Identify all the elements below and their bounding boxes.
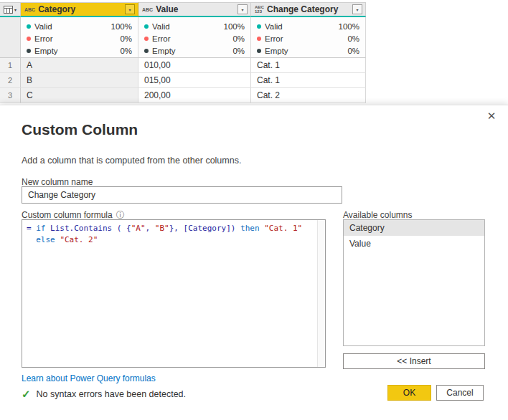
valid-label: Valid (265, 22, 283, 31)
insert-button[interactable]: << Insert (343, 353, 485, 369)
dialog-title: Custom Column (22, 121, 138, 138)
error-label: Error (265, 34, 283, 43)
list-item-value[interactable]: Value (344, 236, 484, 252)
any-type-icon: ABC 123 (255, 5, 264, 14)
valid-percent: 100% (339, 22, 359, 31)
row-number[interactable]: 2 (0, 73, 21, 88)
row-number[interactable]: 3 (0, 88, 21, 103)
column-quality-value: Valid100% Error0% Empty0% (138, 17, 251, 58)
filter-dropdown-button[interactable]: ▾ (237, 4, 248, 14)
table-cell[interactable]: Cat. 2 (251, 88, 366, 103)
table-cell[interactable]: 010,00 (138, 58, 251, 73)
available-columns-list: Category Value (343, 219, 485, 346)
available-columns-label: Available columns (343, 210, 413, 220)
table-menu-arrow-icon: ▾ (14, 7, 17, 12)
empty-label: Empty (152, 47, 176, 55)
power-query-editor: ▾ ABC Category ▾ ABC Value ▾ ABC 123 Cha… (0, 0, 508, 420)
status-text: No syntax errors have been detected. (37, 389, 186, 399)
filter-dropdown-button[interactable]: ▾ (352, 4, 362, 14)
formula-code: = if List.Contains ( {"A", "B"}, [Catego… (22, 220, 316, 367)
close-icon[interactable]: ✕ (484, 109, 499, 123)
column-quality-category: Valid100% Error0% Empty0% (21, 17, 138, 58)
new-column-name-input[interactable] (22, 186, 342, 204)
text-type-icon: ABC (142, 7, 153, 12)
valid-percent: 100% (111, 22, 132, 31)
table-cell[interactable]: 015,00 (138, 73, 251, 88)
table-menu-button[interactable]: ▾ (0, 2, 21, 17)
quality-gutter (0, 17, 21, 58)
error-dot-icon (257, 37, 261, 41)
column-label: Category (38, 4, 125, 14)
table-cell[interactable]: Cat. 1 (251, 58, 366, 73)
syntax-status: ✓ No syntax errors have been detected. (22, 386, 186, 401)
ok-button[interactable]: OK (387, 385, 431, 401)
valid-label: Valid (152, 22, 170, 31)
valid-dot-icon (144, 24, 149, 29)
empty-dot-icon (27, 49, 31, 53)
error-dot-icon (144, 37, 149, 41)
new-column-name-label: New column name (22, 177, 93, 187)
row-number[interactable]: 1 (0, 58, 21, 73)
error-percent: 0% (120, 34, 132, 43)
column-header-change-category[interactable]: ABC 123 Change Category ▾ (251, 2, 366, 17)
row-filler (366, 73, 508, 88)
empty-percent: 0% (347, 47, 359, 55)
valid-dot-icon (257, 24, 261, 29)
table-icon (4, 6, 13, 14)
table-cell[interactable]: 200,00 (138, 88, 251, 103)
row-filler (366, 58, 508, 73)
header-filler (366, 2, 508, 17)
column-label: Value (156, 4, 237, 14)
custom-column-dialog: ✕ Custom Column Add a column that is com… (0, 105, 508, 420)
filter-dropdown-button[interactable]: ▾ (125, 4, 135, 14)
list-item-category[interactable]: Category (344, 220, 484, 236)
learn-formulas-link[interactable]: Learn about Power Query formulas (22, 373, 156, 383)
table-cell[interactable]: C (21, 88, 138, 103)
cancel-button[interactable]: Cancel (436, 385, 484, 401)
checkmark-icon: ✓ (22, 388, 31, 399)
empty-dot-icon (257, 49, 261, 53)
empty-percent: 0% (232, 47, 245, 55)
valid-dot-icon (27, 24, 31, 29)
valid-percent: 100% (224, 22, 245, 31)
formula-scrollbar[interactable] (317, 220, 325, 367)
data-preview-grid: ▾ ABC Category ▾ ABC Value ▾ ABC 123 Cha… (0, 2, 508, 103)
error-label: Error (152, 34, 171, 43)
dialog-description: Add a column that is computed from the o… (22, 156, 241, 166)
error-dot-icon (27, 37, 31, 41)
formula-label: Custom column formula (22, 210, 113, 220)
error-percent: 0% (232, 34, 245, 43)
table-cell[interactable]: B (21, 73, 138, 88)
column-label: Change Category (267, 4, 352, 14)
info-icon[interactable]: ⓘ (116, 211, 125, 219)
empty-label: Empty (265, 47, 288, 55)
data-preview: ▾ ABC Category ▾ ABC Value ▾ ABC 123 Cha… (0, 2, 508, 103)
valid-label: Valid (34, 22, 52, 31)
empty-label: Empty (34, 47, 58, 55)
column-quality-change-category: Valid100% Error0% Empty0% (251, 17, 366, 58)
formula-editor[interactable]: = if List.Contains ( {"A", "B"}, [Catego… (22, 219, 326, 368)
column-header-value[interactable]: ABC Value ▾ (138, 2, 251, 17)
column-header-category[interactable]: ABC Category ▾ (21, 2, 138, 17)
empty-percent: 0% (120, 47, 132, 55)
error-percent: 0% (347, 34, 359, 43)
text-type-icon: ABC (24, 7, 35, 12)
error-label: Error (34, 34, 53, 43)
row-filler (366, 88, 508, 103)
table-cell[interactable]: Cat. 1 (251, 73, 366, 88)
empty-dot-icon (144, 49, 149, 53)
table-cell[interactable]: A (21, 58, 138, 73)
quality-filler (366, 17, 508, 58)
